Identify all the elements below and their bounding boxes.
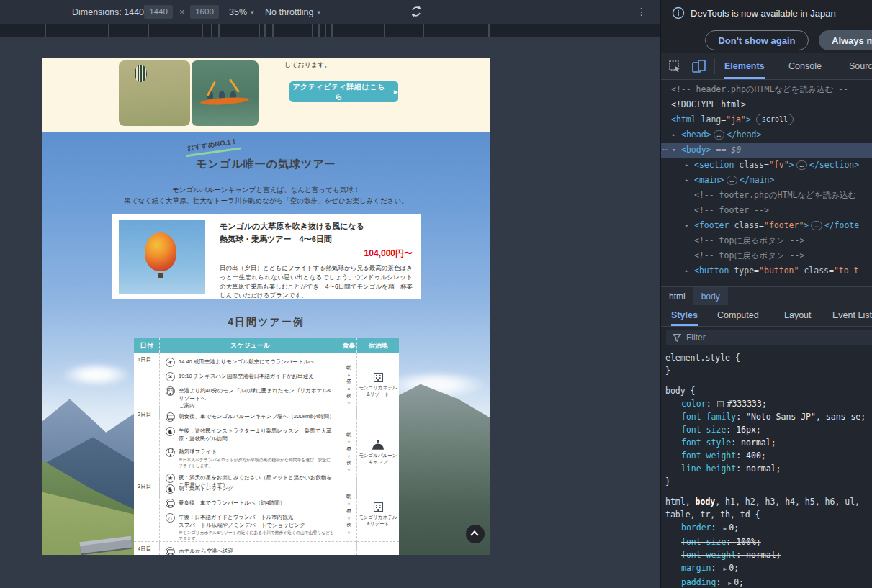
dom-tree-node[interactable]: <!-- topに戻るボタン --> [661, 248, 872, 263]
schedule-row: 4日目ホテルから空港へ送迎朝 [134, 542, 399, 555]
viewport-height-input[interactable]: 1600 [190, 5, 219, 19]
css-declaration[interactable]: font-size: 16px; [665, 423, 872, 436]
always-match-button[interactable]: Always m [819, 30, 872, 50]
ruler-tick [202, 24, 203, 37]
kayak-photo [192, 60, 259, 126]
throttling-value: No throttling [265, 7, 313, 17]
schedule-items: ♞朝：乗馬トレッキング昼食後、車でウランバートルへ（約4時間）⌂午後：日本語ガイ… [160, 479, 341, 549]
dom-tree-node[interactable]: <!-- topに戻るボタン --> [661, 233, 872, 248]
css-declaration[interactable]: border: ▶0; [665, 521, 872, 535]
ruler-tick [45, 24, 46, 37]
chevron-down-icon: ▾ [251, 9, 254, 16]
node-menu-icon[interactable]: ⋯ [662, 143, 668, 158]
scroll-to-top-button[interactable] [466, 525, 485, 543]
viewport-width-input[interactable]: 1440 [144, 5, 173, 19]
toggle-device-toolbar-icon[interactable] [692, 60, 706, 73]
notification-text: DevTools is now available in Japan [691, 8, 836, 19]
horse-icon: ♞ [166, 427, 175, 436]
tab-styles[interactable]: Styles [671, 305, 698, 326]
schedule-items: ホテルから空港へ送迎 [160, 542, 341, 555]
activity-detail-button[interactable]: アクティビティ詳細はこちら ▶ [289, 81, 398, 102]
tab-event-listeners[interactable]: Event Listeners [832, 305, 872, 326]
dom-tree-node[interactable]: <html lang="ja">scroll [661, 112, 872, 127]
balloon-field-photo [119, 60, 190, 126]
schedule-row: 1日目✈14:40 成田空港よりモンゴル航空にてウランバートルへ✈19:10 チ… [134, 353, 399, 407]
expand-arrow-icon[interactable]: ▸ [685, 263, 688, 279]
hotel-icon [166, 386, 175, 396]
breadcrumb-html[interactable]: html [661, 287, 693, 305]
expand-arrow-icon[interactable]: ▸ [672, 127, 675, 143]
zoom-dropdown[interactable]: 35% ▾ [229, 0, 254, 24]
schedule-header-cell: スケジュール [160, 338, 341, 353]
tour-card[interactable]: モンゴルの大草原を吹き抜ける風になる 熱気球・乗馬ツアー 4〜6日間 104,0… [112, 214, 421, 299]
css-declaration[interactable]: font-weight: 400; [665, 449, 872, 462]
schedule-stay: モンゴリカホテル&リゾート [357, 479, 399, 549]
zoom-value: 35% [229, 7, 247, 17]
dont-show-again-button[interactable]: Don't show again [705, 30, 809, 50]
dom-tree-node[interactable]: ▸<main>…</main> [661, 173, 872, 188]
collapse-arrow-icon[interactable]: ▾ [672, 143, 675, 158]
balloon-tour-section: おすすめNO.1！ モンゴル唯一の気球ツアー モンゴルバルーンキャンプと言えば、… [42, 132, 490, 555]
device-toolbar: Dimensions: 1440 ▾ 1440 × 1600 35% ▾ No … [0, 0, 660, 24]
tab-computed[interactable]: Computed [717, 305, 759, 326]
expand-children-icon[interactable]: … [796, 160, 807, 170]
dom-tree-node[interactable]: ⋯▾<body> == $0 [661, 143, 872, 158]
dom-tree-node[interactable]: <!DOCTYPE html> [661, 97, 872, 112]
style-rule[interactable]: html, body, h1, h2, h3, h4, h5, h6, ul,t… [661, 492, 872, 588]
scroll-badge[interactable]: scroll [756, 114, 794, 125]
tab-sources[interactable]: Sources [849, 53, 872, 79]
schedule-item-note: ※モンゴリカホテル&リゾートの近くにある小川で散歩や近くの山で山登りなどもできま… [179, 530, 335, 541]
tab-console[interactable]: Console [788, 53, 822, 79]
css-declaration[interactable]: font-style: normal; [665, 436, 872, 449]
throttling-dropdown[interactable]: No throttling ▾ [265, 0, 320, 24]
dom-tree-node[interactable]: ▸<head>…</head> [661, 127, 872, 143]
expand-arrow-icon[interactable]: ▸ [685, 158, 688, 173]
section-title: モンゴル唯一の気球ツアー [42, 158, 490, 171]
media-query-ruler[interactable] [0, 24, 660, 37]
inspect-element-icon[interactable] [669, 60, 681, 73]
schedule-item: ♞午後：遊牧民インストラクターより乗馬レッスン、乗馬で大草原・遊牧民ゲル訪問 [166, 427, 335, 443]
schedule-item: 朝食後、車でモンゴルバルーンキャンプ場へ（200km約4時間） [166, 412, 335, 422]
ruler-tick [218, 24, 220, 37]
css-declaration[interactable]: margin: ▶0; [665, 561, 872, 576]
dom-tree-node[interactable]: <!-- footer --> [661, 203, 872, 218]
expand-arrow-icon[interactable]: ▸ [685, 218, 688, 233]
schedule-item-text: 14:40 成田空港よりモンゴル航空にてウランバートルへ [179, 358, 315, 366]
dom-tree-node[interactable]: ▸<section class="fv">…</section> [661, 158, 872, 173]
color-swatch[interactable] [717, 401, 724, 407]
schedule-item-text: 熱気球フライト※日本人ベテランパイロットが夕方か早朝の風の穏やかな時間帯を選び、… [179, 448, 335, 469]
css-declaration[interactable]: font-family: "Noto Sans JP", sans-se; [665, 410, 872, 423]
schedule-item-text: 午後：遊牧民インストラクターより乗馬レッスン、乗馬で大草原・遊牧民ゲル訪問 [179, 427, 335, 443]
schedule-item: ホテルから空港へ送迎 [166, 547, 335, 555]
expand-children-icon[interactable]: … [811, 221, 822, 230]
tab-elements[interactable]: Elements [724, 53, 765, 79]
schedule-header-row: 日付スケジュール食事宿泊地 [134, 338, 399, 353]
devtools-panel: DevTools is now available in Japan Don't… [660, 0, 872, 588]
css-declaration[interactable]: font-size: 100%; [665, 535, 872, 548]
more-options-icon[interactable]: ⋮ [635, 4, 648, 19]
style-rule[interactable]: body {color: #333333;font-family: "Noto … [661, 381, 872, 492]
css-declaration[interactable]: color: #333333; [665, 397, 872, 410]
ruler-tick [423, 24, 424, 37]
dimensions-dropdown[interactable]: Dimensions: 1440 ▾ [72, 0, 151, 24]
bus-icon [166, 547, 175, 555]
schedule-item-text: 朝：乗馬トレッキング [179, 484, 233, 493]
rotate-viewport-icon[interactable] [409, 4, 423, 19]
breadcrumb-body[interactable]: body [693, 287, 728, 305]
dom-tree-node[interactable]: ▸<button type="button" class="to-t [661, 263, 872, 279]
tab-layout[interactable]: Layout [784, 305, 812, 326]
css-declaration[interactable]: padding: ▶0; [665, 576, 872, 588]
dom-tree-node[interactable]: <!-- footer.phpのHTMLなどを読み込む [661, 188, 872, 203]
dom-tree-node[interactable]: ▸<footer class="footer">…</foote [661, 218, 872, 233]
css-declaration[interactable]: font-weight: normal; [665, 548, 872, 561]
style-rule[interactable]: element.style {} [661, 348, 872, 381]
dom-tree-node[interactable]: <!-- header.phpのHTMLなどを読み込む -- [661, 82, 872, 97]
hotel-icon [373, 502, 384, 512]
expand-arrow-icon[interactable]: ▸ [685, 173, 688, 188]
ger-icon [371, 439, 385, 451]
schedule-header-cell: 宿泊地 [357, 338, 399, 353]
css-declaration[interactable]: line-height: normal; [665, 462, 872, 475]
styles-filter-input[interactable]: Filter [666, 330, 872, 345]
expand-children-icon[interactable]: … [727, 176, 737, 185]
expand-children-icon[interactable]: … [714, 130, 724, 140]
